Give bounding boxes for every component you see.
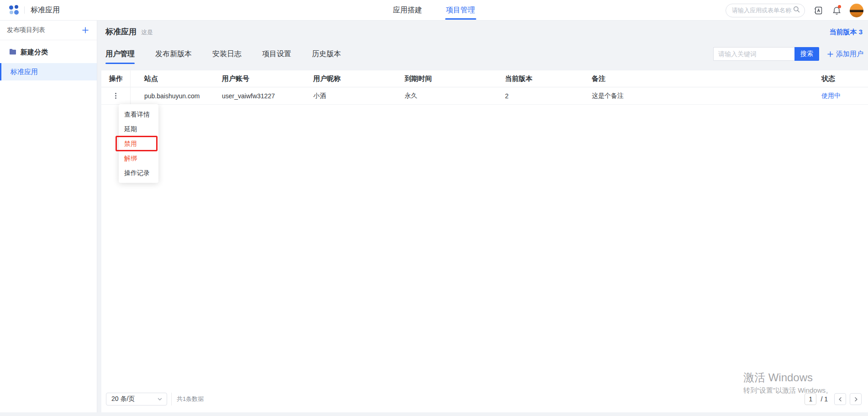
sidebar-item-category[interactable]: 新建分类 — [0, 44, 97, 60]
current-version-label: 当前版本 3 — [829, 28, 863, 37]
sidebar: 发布项目列表 新建分类 标准应用 — [0, 21, 97, 412]
cell-status[interactable]: 使用中 — [821, 92, 841, 99]
avatar[interactable] — [850, 4, 863, 17]
menu-item-operation-log[interactable]: 操作记录 — [119, 165, 158, 180]
topnav-app-build[interactable]: 应用搭建 — [393, 0, 422, 21]
pager: / 1 — [805, 393, 862, 405]
column-header-remark: 备注 — [584, 75, 814, 83]
page-number-input[interactable] — [805, 393, 816, 405]
global-search-input[interactable] — [732, 7, 793, 14]
chevron-left-icon — [838, 397, 843, 402]
folder-icon — [9, 48, 16, 56]
page-title: 标准应用 — [105, 27, 137, 37]
column-header-action: 操作 — [101, 70, 131, 87]
menu-item-disable[interactable]: 禁用 — [119, 136, 158, 151]
column-header-expire: 到期时间 — [397, 75, 498, 83]
chevron-right-icon — [853, 397, 858, 402]
add-project-button[interactable] — [81, 26, 89, 34]
cell-nickname: 小酒 — [306, 92, 397, 100]
user-table-card: 操作 站点 用户账号 用户昵称 到期时间 当前版本 备注 状态 pub.bais… — [101, 70, 868, 412]
next-page-button[interactable] — [850, 393, 862, 405]
row-more-actions-icon[interactable] — [112, 92, 120, 100]
menu-item-unbind[interactable]: 解绑 — [119, 151, 158, 165]
top-navigation: 应用搭建 项目管理 — [393, 0, 475, 21]
chevron-down-icon — [157, 396, 163, 402]
search-button[interactable]: 搜索 — [794, 47, 819, 61]
column-header-status: 状态 — [814, 75, 868, 83]
topbar-divider — [24, 6, 25, 14]
add-user-button[interactable]: 添加用户 — [827, 50, 863, 59]
page-size-value: 20 条/页 — [111, 395, 135, 403]
app-title: 标准应用 — [31, 5, 60, 15]
page-subtitle: 这是 — [141, 28, 153, 37]
notification-dot — [838, 5, 841, 8]
footer-divider — [171, 393, 172, 405]
cell-version: 2 — [498, 92, 584, 100]
add-user-label: 添加用户 — [836, 50, 863, 59]
contacts-icon[interactable] — [813, 5, 823, 16]
menu-item-disable-label: 禁用 — [124, 140, 137, 147]
global-search-box[interactable] — [726, 4, 805, 17]
tab-history-versions[interactable]: 历史版本 — [312, 44, 341, 64]
total-count: 共1条数据 — [177, 395, 204, 403]
topbar: 标准应用 应用搭建 项目管理 — [0, 0, 868, 21]
keyword-input[interactable] — [713, 47, 794, 61]
app-logo-icon — [9, 5, 19, 15]
column-header-nickname: 用户昵称 — [306, 75, 397, 83]
pagination-bar: 20 条/页 共1条数据 / 1 — [101, 389, 868, 412]
prev-page-button[interactable] — [834, 393, 846, 405]
table-empty-space — [101, 105, 868, 389]
cell-account: user_vaiwfw31227 — [215, 92, 306, 100]
topnav-project-manage[interactable]: 项目管理 — [446, 0, 475, 21]
menu-item-extend[interactable]: 延期 — [119, 122, 158, 136]
cell-site: pub.baishuyun.com — [131, 92, 215, 100]
page-size-select[interactable]: 20 条/页 — [106, 393, 167, 405]
main-content: 标准应用 这是 当前版本 3 用户管理 发布新版本 安装日志 项目设置 历史版本… — [101, 21, 868, 412]
sidebar-item-label: 标准应用 — [11, 68, 38, 76]
row-action-menu: 查看详情 延期 禁用 解绑 操作记录 — [119, 104, 158, 183]
tab-user-management[interactable]: 用户管理 — [105, 44, 135, 64]
sidebar-item-label: 新建分类 — [21, 48, 48, 57]
tab-project-settings[interactable]: 项目设置 — [262, 44, 291, 64]
tab-install-log[interactable]: 安装日志 — [212, 44, 242, 64]
detail-tabs: 用户管理 发布新版本 安装日志 项目设置 历史版本 — [105, 44, 341, 64]
menu-item-view-details[interactable]: 查看详情 — [119, 107, 158, 122]
cell-remark: 这是个备注 — [584, 92, 814, 100]
cell-expire: 永久 — [397, 92, 498, 100]
page-total-label: / 1 — [821, 395, 828, 403]
bell-icon[interactable] — [831, 5, 842, 16]
table-header-row: 操作 站点 用户账号 用户昵称 到期时间 当前版本 备注 状态 — [101, 70, 868, 87]
plus-icon — [827, 51, 834, 58]
sidebar-header-label: 发布项目列表 — [7, 26, 45, 34]
main-header: 标准应用 这是 当前版本 3 用户管理 发布新版本 安装日志 项目设置 历史版本… — [101, 21, 868, 64]
search-icon[interactable] — [793, 6, 800, 15]
sidebar-item-project-selected[interactable]: 标准应用 — [0, 63, 97, 80]
column-header-site: 站点 — [131, 75, 215, 83]
table-controls: 搜索 添加用户 — [713, 47, 863, 61]
column-header-account: 用户账号 — [215, 75, 306, 83]
sidebar-header: 发布项目列表 — [0, 21, 97, 40]
table-row: pub.baishuyun.com user_vaiwfw31227 小酒 永久… — [101, 87, 868, 105]
tab-publish-new-version[interactable]: 发布新版本 — [155, 44, 192, 64]
topbar-right — [726, 0, 863, 21]
column-header-version: 当前版本 — [498, 75, 584, 83]
